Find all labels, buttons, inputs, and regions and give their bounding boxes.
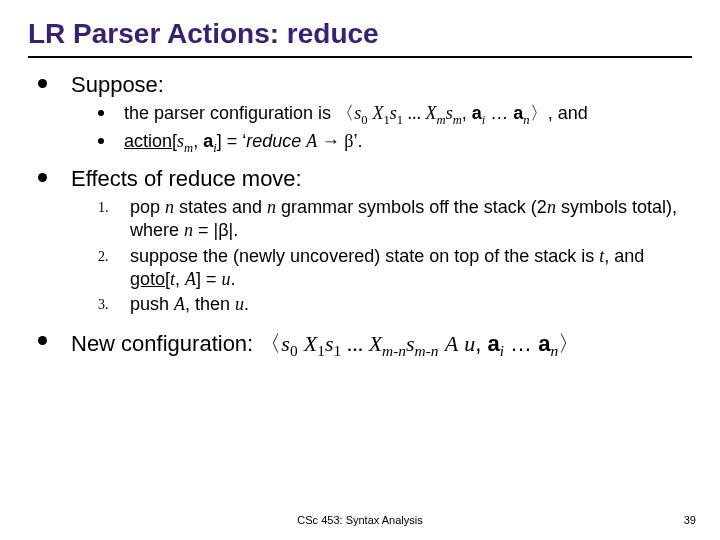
suppose-label: Suppose: <box>71 72 164 98</box>
disc-icon <box>98 110 104 116</box>
num-marker: 3. <box>98 297 112 313</box>
effects-item-3: 3. push A, then u. <box>98 293 692 316</box>
title-rule <box>28 56 692 58</box>
bullet-newconfig: New configuration: 〈s0 X1s1 ... Xm-nsm-n… <box>38 329 692 360</box>
effects-item-1: 1. pop n states and n grammar symbols of… <box>98 196 692 243</box>
newconfig-text: New configuration: 〈s0 X1s1 ... Xm-nsm-n… <box>71 329 580 360</box>
effects-item-2: 2. suppose the (newly uncovered) state o… <box>98 245 692 292</box>
effects-line2: suppose the (newly uncovered) state on t… <box>130 245 692 292</box>
disc-icon <box>38 173 47 182</box>
suppose-item-2: action[sm, ai] = ‘reduce A → β’. <box>98 130 692 156</box>
page-number: 39 <box>684 514 696 526</box>
bullet-suppose: Suppose: <box>38 72 692 98</box>
bullet-effects: Effects of reduce move: <box>38 166 692 192</box>
disc-icon <box>38 79 47 88</box>
disc-icon <box>98 138 104 144</box>
suppose-line1: the parser configuration is 〈s0 X1s1 ...… <box>124 102 588 128</box>
num-marker: 2. <box>98 249 112 265</box>
effects-line3: push A, then u. <box>130 293 249 316</box>
effects-line1: pop n states and n grammar symbols off t… <box>130 196 692 243</box>
suppose-item-1: the parser configuration is 〈s0 X1s1 ...… <box>98 102 692 128</box>
footer-text: CSc 453: Syntax Analysis <box>0 514 720 526</box>
disc-icon <box>38 336 47 345</box>
effects-label: Effects of reduce move: <box>71 166 302 192</box>
slide-title: LR Parser Actions: reduce <box>28 18 692 50</box>
suppose-line2: action[sm, ai] = ‘reduce A → β’. <box>124 130 362 156</box>
num-marker: 1. <box>98 200 112 216</box>
